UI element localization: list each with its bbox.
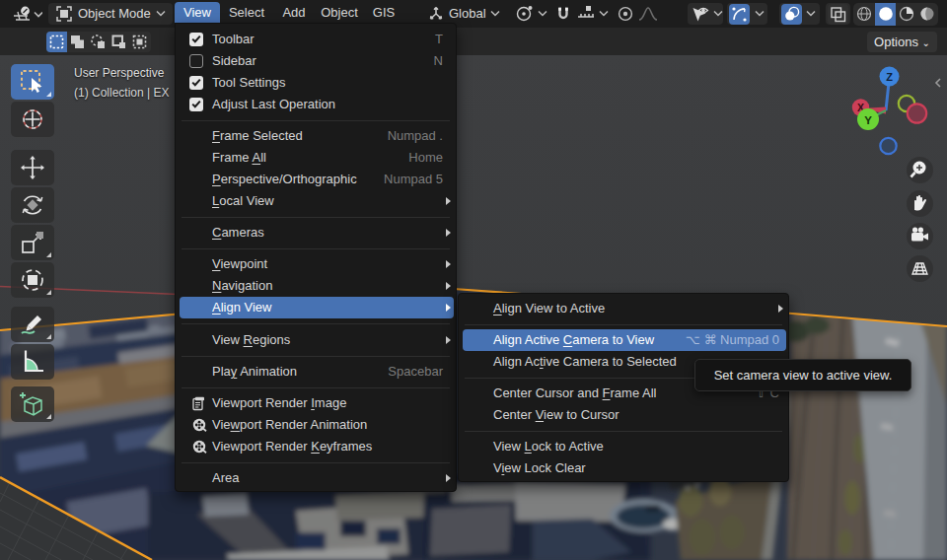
svg-text:Y: Y (864, 114, 872, 126)
svg-text:Z: Z (886, 71, 893, 83)
